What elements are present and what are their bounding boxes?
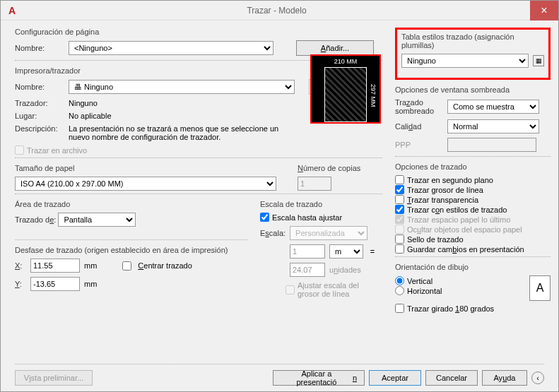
- opt-stamp-checkbox[interactable]: [395, 234, 404, 244]
- cancel-button[interactable]: Cancelar: [425, 370, 478, 386]
- shade-plot-select[interactable]: Como se muestra: [447, 100, 539, 114]
- plot-options-label: Opciones de trazado: [395, 162, 551, 171]
- opt-trans-label: Trazar transparencia: [407, 196, 478, 204]
- opt-hide-label: Ocultar objetos del espacio papel: [407, 225, 522, 234]
- what-to-plot-select[interactable]: Pantalla: [58, 213, 136, 227]
- ok-button[interactable]: Aceptar: [369, 370, 421, 386]
- quality-label: Calidad: [395, 122, 443, 131]
- shaded-label: Opciones de ventana sombreada: [395, 85, 551, 94]
- center-checkbox[interactable]: [122, 261, 131, 271]
- dpi-input: [447, 138, 536, 152]
- plot-to-file-checkbox: [15, 145, 24, 155]
- x-mm: mm: [84, 261, 97, 270]
- fit-to-paper-checkbox[interactable]: [260, 213, 269, 222]
- shade-plot-label: Trazado sombreado: [395, 98, 443, 115]
- scale-unit-select[interactable]: mm: [329, 244, 363, 259]
- orientation-icon: A: [529, 275, 551, 301]
- opt-save-label: Guardar cambios en presentación: [407, 245, 524, 254]
- opt-hide-checkbox: [395, 225, 404, 234]
- what-to-plot-label: Trazado de:: [15, 215, 56, 224]
- opt-stamp-label: Sello de trazado: [407, 235, 464, 244]
- location-value: No aplicable: [69, 112, 112, 120]
- x-label: X:: [15, 261, 26, 270]
- paper-size-select[interactable]: ISO A4 (210.00 x 297.00 MM): [15, 177, 276, 191]
- opt-paperspace-checkbox: [395, 215, 404, 224]
- titlebar: A Trazar - Modelo ×: [1, 1, 558, 20]
- copies-spinner: 1: [298, 177, 331, 191]
- upside-checkbox[interactable]: [395, 304, 404, 313]
- y-mm: mm: [84, 280, 97, 288]
- y-label: Y:: [15, 280, 26, 288]
- add-button[interactable]: Añadir...: [296, 40, 374, 56]
- y-input[interactable]: [30, 277, 80, 291]
- scale-num-input: [290, 244, 325, 259]
- plot-to-file-label: Trazar en archivo: [27, 146, 87, 155]
- plot-dialog: A Trazar - Modelo × Configuración de pág…: [0, 0, 559, 392]
- help-button[interactable]: Ayuda: [482, 370, 527, 386]
- paper-preview: 210 MM 297 MM: [310, 54, 381, 124]
- equals-icon: =: [367, 247, 377, 256]
- portrait-label: Vertical: [407, 277, 433, 285]
- plot-style-highlight: Tabla estilos trazado (asignación plumil…: [395, 28, 551, 80]
- opt-bg-checkbox[interactable]: [395, 175, 404, 184]
- dpi-label: PPP: [395, 141, 443, 149]
- apply-button[interactable]: Aplicar a presentación: [273, 370, 365, 386]
- plot-style-label: Tabla estilos trazado (asignación plumil…: [401, 32, 544, 49]
- portrait-radio[interactable]: [395, 276, 404, 285]
- plotter-label: Trazador:: [15, 99, 64, 107]
- page-name-select[interactable]: <Ninguno>: [69, 41, 273, 55]
- expand-icon[interactable]: ‹: [531, 372, 544, 384]
- window-title: Trazar - Modelo: [23, 6, 530, 16]
- quality-select[interactable]: Normal: [447, 119, 539, 133]
- units-label: unidades: [329, 266, 361, 274]
- opt-styles-label: Trazar con estilos de trazado: [407, 206, 507, 214]
- scale-denom-input: [290, 263, 325, 277]
- page-name-label: Nombre:: [15, 44, 64, 52]
- plot-area-label: Área de trazado: [15, 200, 247, 208]
- app-icon: A: [5, 4, 19, 18]
- scale-select: Personalizada: [290, 226, 367, 240]
- opt-lw-checkbox[interactable]: [395, 185, 404, 194]
- description-label: Descripción:: [15, 124, 64, 133]
- plot-style-select[interactable]: Ninguno: [401, 54, 529, 68]
- scale-lw-label: Ajustar escala del grosor de línea: [298, 281, 382, 298]
- scale-label: Escala:: [260, 229, 286, 237]
- opt-paperspace-label: Trazar espacio papel lo último: [407, 215, 510, 224]
- printer-name-select[interactable]: 🖶 Ninguno: [69, 80, 295, 94]
- plotter-value: Ninguno: [69, 99, 98, 107]
- orientation-label: Orientación de dibujo: [395, 263, 551, 271]
- scale-lw-checkbox: [286, 285, 295, 295]
- landscape-radio[interactable]: [395, 286, 404, 295]
- opt-trans-checkbox[interactable]: [395, 195, 404, 204]
- opt-save-checkbox[interactable]: [395, 244, 404, 254]
- preview-height-label: 297 MM: [370, 84, 377, 107]
- edit-style-icon[interactable]: ▦: [533, 55, 544, 66]
- fit-to-paper-label: Escala hasta ajustar: [272, 213, 342, 222]
- close-button[interactable]: ×: [530, 1, 558, 20]
- description-value: La presentación no se trazará a menos qu…: [69, 124, 295, 141]
- landscape-label: Horizontal: [407, 287, 442, 295]
- opt-bg-label: Trazar en segundo plano: [407, 176, 493, 184]
- printer-name-label: Nombre:: [15, 83, 64, 91]
- copies-label: Número de copias: [298, 164, 382, 172]
- center-label: Centrar trazado: [138, 261, 192, 270]
- paper-size-label: Tamaño de papel: [15, 164, 285, 172]
- opt-styles-checkbox[interactable]: [395, 205, 404, 214]
- x-input[interactable]: [30, 259, 80, 273]
- plot-scale-label: Escala de trazado: [260, 200, 382, 208]
- preview-width-label: 210 MM: [312, 58, 379, 65]
- location-label: Lugar:: [15, 112, 64, 120]
- opt-lw-label: Trazar grosor de línea: [407, 186, 483, 194]
- page-config-label: Configuración de página: [15, 28, 382, 36]
- offset-label: Desfase de trazado (origen establecido e…: [15, 246, 247, 254]
- upside-label: Trazar girado 180 grados: [407, 304, 494, 313]
- preview-button[interactable]: Vista preliminar...: [15, 370, 93, 386]
